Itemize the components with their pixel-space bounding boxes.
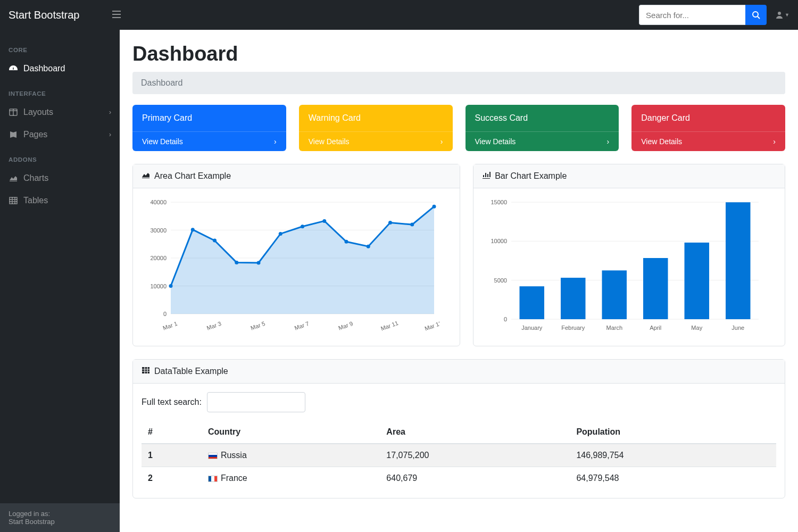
breadcrumb: Dashboard xyxy=(132,72,785,94)
view-details-label: View Details xyxy=(641,137,682,146)
column-header[interactable]: # xyxy=(142,421,202,444)
svg-text:0: 0 xyxy=(504,316,507,322)
svg-point-24 xyxy=(388,221,392,225)
chevron-right-icon: › xyxy=(274,137,277,146)
area-chart: 010000200003000040000Mar 1Mar 3Mar 5Mar … xyxy=(142,197,439,335)
caret-down-icon: ▼ xyxy=(785,12,789,18)
datatable-search-input[interactable] xyxy=(207,392,305,412)
svg-text:20000: 20000 xyxy=(150,255,167,261)
stat-card-3: Danger Card View Details › xyxy=(631,105,785,151)
chevron-right-icon: › xyxy=(773,137,776,146)
sidebar-heading-core: Core xyxy=(0,36,120,57)
sidebar: Core Dashboard Interface Layouts › Pages… xyxy=(0,30,120,532)
stat-card-link[interactable]: View Details › xyxy=(299,131,453,151)
sidebar-item-label: Layouts xyxy=(23,107,53,117)
svg-text:10000: 10000 xyxy=(491,238,508,244)
svg-text:15000: 15000 xyxy=(491,199,508,205)
bar-chart: 050001000015000JanuaryFebruaryMarchApril… xyxy=(482,197,764,335)
svg-text:10000: 10000 xyxy=(150,283,167,289)
area-chart-panel: Area Chart Example 010000200003000040000… xyxy=(132,164,460,346)
sidebar-item-layouts[interactable]: Layouts › xyxy=(0,101,120,123)
stat-card-link[interactable]: View Details › xyxy=(132,131,286,151)
search-button[interactable] xyxy=(745,5,767,25)
svg-text:April: April xyxy=(650,325,661,331)
sidebar-item-charts[interactable]: Charts xyxy=(0,167,120,189)
logged-in-label: Logged in as: xyxy=(9,510,111,518)
svg-text:Mar 7: Mar 7 xyxy=(294,320,310,331)
svg-point-14 xyxy=(169,284,173,288)
sidebar-item-label: Dashboard xyxy=(23,64,65,73)
stat-card-0: Primary Card View Details › xyxy=(132,105,286,151)
svg-point-15 xyxy=(191,228,195,231)
svg-point-1 xyxy=(778,12,781,15)
sidebar-heading-addons: Addons xyxy=(0,146,120,167)
sidebar-toggle-icon[interactable] xyxy=(112,10,121,21)
datatable-panel: DataTable Example Full text search: #Cou… xyxy=(132,359,785,498)
chart-area-icon xyxy=(142,171,150,181)
search-input[interactable] xyxy=(639,5,745,25)
svg-point-21 xyxy=(322,219,326,223)
svg-rect-45 xyxy=(643,258,668,319)
sidebar-item-tables[interactable]: Tables xyxy=(0,189,120,212)
svg-text:May: May xyxy=(691,325,702,331)
logged-in-user: Start Bootstrap xyxy=(9,518,111,526)
cell-index: 2 xyxy=(142,467,202,490)
stat-card-title: Primary Card xyxy=(132,105,286,131)
cell-area: 17,075,200 xyxy=(380,444,570,467)
svg-text:Mar 13: Mar 13 xyxy=(423,320,439,332)
sidebar-item-pages[interactable]: Pages › xyxy=(0,123,120,146)
column-header[interactable]: Population xyxy=(570,421,776,444)
chevron-right-icon: › xyxy=(109,109,111,116)
stat-card-title: Warning Card xyxy=(299,105,453,131)
stat-card-title: Danger Card xyxy=(631,105,785,131)
panel-title: Area Chart Example xyxy=(154,171,231,181)
sidebar-footer: Logged in as: Start Bootstrap xyxy=(0,503,120,532)
user-icon xyxy=(775,11,784,19)
view-details-label: View Details xyxy=(142,137,183,146)
sidebar-item-label: Tables xyxy=(23,196,48,205)
table-icon xyxy=(9,196,18,205)
svg-text:Mar 9: Mar 9 xyxy=(337,320,354,331)
svg-text:5000: 5000 xyxy=(494,277,507,284)
svg-text:March: March xyxy=(606,325,623,331)
cell-country: Russia xyxy=(202,444,380,467)
view-details-label: View Details xyxy=(475,137,516,146)
svg-point-16 xyxy=(213,239,217,243)
sidebar-item-label: Charts xyxy=(23,173,48,183)
stat-card-1: Warning Card View Details › xyxy=(299,105,453,151)
stat-card-link[interactable]: View Details › xyxy=(466,131,619,151)
svg-text:40000: 40000 xyxy=(150,199,167,205)
stat-card-title: Success Card xyxy=(466,105,619,131)
bar-chart-panel: Bar Chart Example 050001000015000January… xyxy=(473,164,785,346)
book-icon xyxy=(9,130,18,139)
column-header[interactable]: Area xyxy=(380,421,570,444)
sidebar-heading-interface: Interface xyxy=(0,80,120,101)
svg-text:30000: 30000 xyxy=(150,227,167,234)
svg-point-18 xyxy=(257,261,261,264)
table-icon xyxy=(142,366,150,377)
table-row[interactable]: 1 Russia 17,075,200 146,989,754 xyxy=(142,444,776,467)
svg-rect-3 xyxy=(10,197,17,204)
cell-country: France xyxy=(202,467,380,490)
sidebar-item-dashboard[interactable]: Dashboard xyxy=(0,57,120,80)
column-header[interactable]: Country xyxy=(202,421,380,444)
panel-title: Bar Chart Example xyxy=(495,171,567,181)
chart-area-icon xyxy=(9,174,18,182)
brand[interactable]: Start Bootstrap xyxy=(9,9,112,21)
svg-text:Mar 3: Mar 3 xyxy=(206,320,222,331)
flag-icon xyxy=(208,453,218,459)
cell-population: 64,979,548 xyxy=(570,467,776,490)
sidebar-item-label: Pages xyxy=(23,130,47,139)
svg-rect-44 xyxy=(602,270,627,319)
user-menu[interactable]: ▼ xyxy=(775,11,789,19)
page-title: Dashboard xyxy=(132,43,785,65)
svg-point-25 xyxy=(410,223,414,227)
stat-card-link[interactable]: View Details › xyxy=(631,131,785,151)
search-label: Full text search: xyxy=(142,397,202,407)
svg-rect-42 xyxy=(520,286,545,319)
svg-text:Mar 11: Mar 11 xyxy=(380,320,399,332)
table-row[interactable]: 2 France 640,679 64,979,548 xyxy=(142,467,776,490)
svg-point-26 xyxy=(433,205,436,209)
svg-rect-46 xyxy=(685,243,710,319)
tachometer-icon xyxy=(9,64,18,73)
